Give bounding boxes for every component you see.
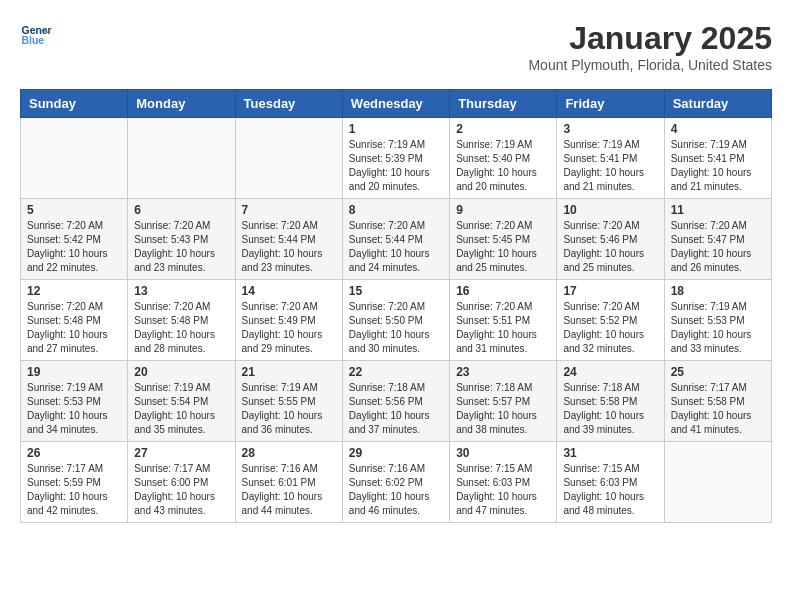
day-detail: Sunrise: 7:19 AM Sunset: 5:54 PM Dayligh… [134,381,228,437]
day-detail: Sunrise: 7:20 AM Sunset: 5:44 PM Dayligh… [349,219,443,275]
calendar-cell: 1Sunrise: 7:19 AM Sunset: 5:39 PM Daylig… [342,118,449,199]
calendar-cell: 11Sunrise: 7:20 AM Sunset: 5:47 PM Dayli… [664,199,771,280]
location-text: Mount Plymouth, Florida, United States [528,57,772,73]
day-number: 3 [563,122,657,136]
day-detail: Sunrise: 7:19 AM Sunset: 5:40 PM Dayligh… [456,138,550,194]
calendar-cell: 17Sunrise: 7:20 AM Sunset: 5:52 PM Dayli… [557,280,664,361]
day-detail: Sunrise: 7:20 AM Sunset: 5:47 PM Dayligh… [671,219,765,275]
day-detail: Sunrise: 7:18 AM Sunset: 5:57 PM Dayligh… [456,381,550,437]
calendar-cell [235,118,342,199]
calendar-cell: 19Sunrise: 7:19 AM Sunset: 5:53 PM Dayli… [21,361,128,442]
day-detail: Sunrise: 7:20 AM Sunset: 5:48 PM Dayligh… [134,300,228,356]
calendar-cell: 28Sunrise: 7:16 AM Sunset: 6:01 PM Dayli… [235,442,342,523]
calendar-cell: 26Sunrise: 7:17 AM Sunset: 5:59 PM Dayli… [21,442,128,523]
calendar-cell: 7Sunrise: 7:20 AM Sunset: 5:44 PM Daylig… [235,199,342,280]
day-number: 2 [456,122,550,136]
day-number: 14 [242,284,336,298]
day-number: 24 [563,365,657,379]
month-title: January 2025 [528,20,772,57]
calendar-table: SundayMondayTuesdayWednesdayThursdayFrid… [20,89,772,523]
calendar-cell: 8Sunrise: 7:20 AM Sunset: 5:44 PM Daylig… [342,199,449,280]
day-detail: Sunrise: 7:20 AM Sunset: 5:48 PM Dayligh… [27,300,121,356]
day-detail: Sunrise: 7:20 AM Sunset: 5:49 PM Dayligh… [242,300,336,356]
day-number: 30 [456,446,550,460]
calendar-cell: 20Sunrise: 7:19 AM Sunset: 5:54 PM Dayli… [128,361,235,442]
day-detail: Sunrise: 7:20 AM Sunset: 5:51 PM Dayligh… [456,300,550,356]
day-number: 19 [27,365,121,379]
day-number: 13 [134,284,228,298]
calendar-cell: 31Sunrise: 7:15 AM Sunset: 6:03 PM Dayli… [557,442,664,523]
logo-icon: General Blue [20,20,52,52]
day-number: 25 [671,365,765,379]
calendar-cell: 16Sunrise: 7:20 AM Sunset: 5:51 PM Dayli… [450,280,557,361]
calendar-week-row: 19Sunrise: 7:19 AM Sunset: 5:53 PM Dayli… [21,361,772,442]
calendar-cell: 2Sunrise: 7:19 AM Sunset: 5:40 PM Daylig… [450,118,557,199]
day-number: 5 [27,203,121,217]
calendar-cell: 27Sunrise: 7:17 AM Sunset: 6:00 PM Dayli… [128,442,235,523]
day-detail: Sunrise: 7:16 AM Sunset: 6:01 PM Dayligh… [242,462,336,518]
day-detail: Sunrise: 7:15 AM Sunset: 6:03 PM Dayligh… [456,462,550,518]
day-detail: Sunrise: 7:18 AM Sunset: 5:58 PM Dayligh… [563,381,657,437]
weekday-header-friday: Friday [557,90,664,118]
day-number: 16 [456,284,550,298]
day-detail: Sunrise: 7:20 AM Sunset: 5:42 PM Dayligh… [27,219,121,275]
calendar-cell: 5Sunrise: 7:20 AM Sunset: 5:42 PM Daylig… [21,199,128,280]
calendar-week-row: 1Sunrise: 7:19 AM Sunset: 5:39 PM Daylig… [21,118,772,199]
day-number: 1 [349,122,443,136]
weekday-header-monday: Monday [128,90,235,118]
weekday-header-saturday: Saturday [664,90,771,118]
calendar-week-row: 26Sunrise: 7:17 AM Sunset: 5:59 PM Dayli… [21,442,772,523]
day-number: 15 [349,284,443,298]
day-number: 20 [134,365,228,379]
weekday-header-tuesday: Tuesday [235,90,342,118]
day-detail: Sunrise: 7:20 AM Sunset: 5:44 PM Dayligh… [242,219,336,275]
day-detail: Sunrise: 7:20 AM Sunset: 5:50 PM Dayligh… [349,300,443,356]
calendar-cell: 4Sunrise: 7:19 AM Sunset: 5:41 PM Daylig… [664,118,771,199]
day-detail: Sunrise: 7:15 AM Sunset: 6:03 PM Dayligh… [563,462,657,518]
day-detail: Sunrise: 7:19 AM Sunset: 5:53 PM Dayligh… [671,300,765,356]
day-detail: Sunrise: 7:19 AM Sunset: 5:41 PM Dayligh… [671,138,765,194]
page-header: General Blue January 2025 Mount Plymouth… [20,20,772,73]
day-number: 10 [563,203,657,217]
day-detail: Sunrise: 7:17 AM Sunset: 5:58 PM Dayligh… [671,381,765,437]
day-detail: Sunrise: 7:19 AM Sunset: 5:39 PM Dayligh… [349,138,443,194]
day-number: 28 [242,446,336,460]
day-number: 7 [242,203,336,217]
weekday-header-wednesday: Wednesday [342,90,449,118]
day-detail: Sunrise: 7:19 AM Sunset: 5:55 PM Dayligh… [242,381,336,437]
calendar-cell: 3Sunrise: 7:19 AM Sunset: 5:41 PM Daylig… [557,118,664,199]
day-number: 12 [27,284,121,298]
day-number: 17 [563,284,657,298]
day-detail: Sunrise: 7:19 AM Sunset: 5:41 PM Dayligh… [563,138,657,194]
calendar-cell: 25Sunrise: 7:17 AM Sunset: 5:58 PM Dayli… [664,361,771,442]
calendar-cell: 13Sunrise: 7:20 AM Sunset: 5:48 PM Dayli… [128,280,235,361]
day-detail: Sunrise: 7:17 AM Sunset: 6:00 PM Dayligh… [134,462,228,518]
day-number: 6 [134,203,228,217]
weekday-header-row: SundayMondayTuesdayWednesdayThursdayFrid… [21,90,772,118]
calendar-cell: 12Sunrise: 7:20 AM Sunset: 5:48 PM Dayli… [21,280,128,361]
svg-text:Blue: Blue [22,35,45,46]
day-number: 21 [242,365,336,379]
weekday-header-sunday: Sunday [21,90,128,118]
calendar-cell: 22Sunrise: 7:18 AM Sunset: 5:56 PM Dayli… [342,361,449,442]
calendar-cell: 9Sunrise: 7:20 AM Sunset: 5:45 PM Daylig… [450,199,557,280]
calendar-cell: 14Sunrise: 7:20 AM Sunset: 5:49 PM Dayli… [235,280,342,361]
calendar-cell: 21Sunrise: 7:19 AM Sunset: 5:55 PM Dayli… [235,361,342,442]
calendar-week-row: 12Sunrise: 7:20 AM Sunset: 5:48 PM Dayli… [21,280,772,361]
day-detail: Sunrise: 7:20 AM Sunset: 5:45 PM Dayligh… [456,219,550,275]
day-number: 31 [563,446,657,460]
day-number: 8 [349,203,443,217]
day-number: 27 [134,446,228,460]
day-detail: Sunrise: 7:20 AM Sunset: 5:46 PM Dayligh… [563,219,657,275]
day-detail: Sunrise: 7:18 AM Sunset: 5:56 PM Dayligh… [349,381,443,437]
calendar-cell: 18Sunrise: 7:19 AM Sunset: 5:53 PM Dayli… [664,280,771,361]
calendar-cell: 15Sunrise: 7:20 AM Sunset: 5:50 PM Dayli… [342,280,449,361]
day-number: 26 [27,446,121,460]
day-number: 9 [456,203,550,217]
day-detail: Sunrise: 7:20 AM Sunset: 5:52 PM Dayligh… [563,300,657,356]
calendar-cell [128,118,235,199]
calendar-cell: 10Sunrise: 7:20 AM Sunset: 5:46 PM Dayli… [557,199,664,280]
day-detail: Sunrise: 7:17 AM Sunset: 5:59 PM Dayligh… [27,462,121,518]
calendar-cell: 6Sunrise: 7:20 AM Sunset: 5:43 PM Daylig… [128,199,235,280]
calendar-week-row: 5Sunrise: 7:20 AM Sunset: 5:42 PM Daylig… [21,199,772,280]
